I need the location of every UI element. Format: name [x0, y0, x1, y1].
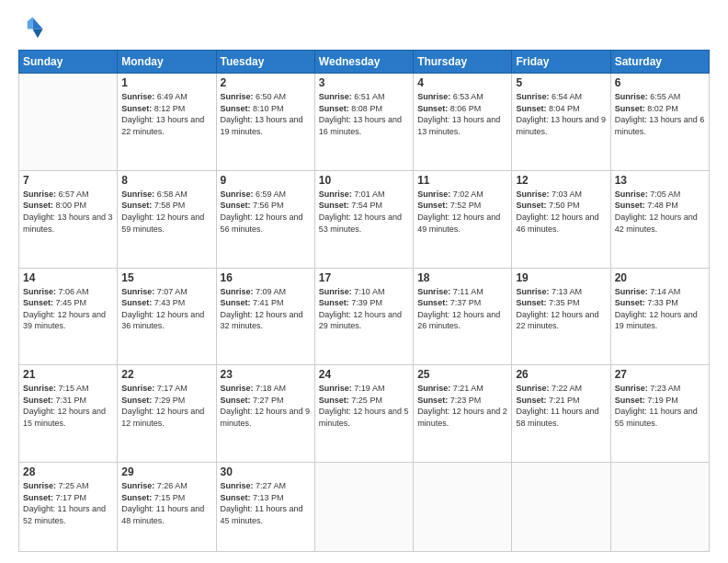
- day-info: Sunrise: 6:59 AMSunset: 7:56 PMDaylight:…: [221, 189, 311, 235]
- day-number: 21: [23, 368, 113, 381]
- calendar-row: 1Sunrise: 6:49 AMSunset: 8:12 PMDaylight…: [19, 74, 710, 171]
- calendar-header-row: Sunday Monday Tuesday Wednesday Thursday…: [19, 51, 710, 74]
- table-cell: 3Sunrise: 6:51 AMSunset: 8:08 PMDaylight…: [314, 74, 413, 171]
- calendar-row: 14Sunrise: 7:06 AMSunset: 7:45 PMDayligh…: [19, 268, 710, 365]
- day-info: Sunrise: 7:13 AMSunset: 7:35 PMDaylight:…: [516, 286, 606, 332]
- col-wednesday: Wednesday: [314, 51, 413, 74]
- day-number: 27: [615, 368, 705, 381]
- table-cell: 20Sunrise: 7:14 AMSunset: 7:33 PMDayligh…: [610, 268, 709, 365]
- day-info: Sunrise: 6:50 AMSunset: 8:10 PMDaylight:…: [221, 91, 311, 137]
- day-info: Sunrise: 7:15 AMSunset: 7:31 PMDaylight:…: [23, 383, 113, 429]
- day-info: Sunrise: 7:03 AMSunset: 7:50 PMDaylight:…: [516, 189, 606, 235]
- day-info: Sunrise: 7:17 AMSunset: 7:29 PMDaylight:…: [121, 383, 211, 429]
- table-cell: 2Sunrise: 6:50 AMSunset: 8:10 PMDaylight…: [216, 74, 314, 171]
- day-number: 23: [221, 368, 311, 381]
- day-info: Sunrise: 7:23 AMSunset: 7:19 PMDaylight:…: [615, 383, 705, 429]
- day-info: Sunrise: 7:01 AMSunset: 7:54 PMDaylight:…: [319, 189, 409, 235]
- day-info: Sunrise: 7:27 AMSunset: 7:13 PMDaylight:…: [221, 480, 311, 526]
- table-cell: 5Sunrise: 6:54 AMSunset: 8:04 PMDaylight…: [512, 74, 610, 171]
- day-number: 5: [516, 76, 606, 89]
- day-number: 4: [417, 76, 507, 89]
- table-cell: 11Sunrise: 7:02 AMSunset: 7:52 PMDayligh…: [414, 170, 512, 268]
- day-info: Sunrise: 7:21 AMSunset: 7:23 PMDaylight:…: [417, 383, 507, 429]
- day-number: 14: [23, 271, 113, 284]
- day-number: 19: [516, 271, 606, 284]
- table-cell: 19Sunrise: 7:13 AMSunset: 7:35 PMDayligh…: [512, 268, 610, 365]
- calendar-row: 28Sunrise: 7:25 AMSunset: 7:17 PMDayligh…: [19, 463, 710, 552]
- day-info: Sunrise: 7:25 AMSunset: 7:17 PMDaylight:…: [23, 480, 113, 526]
- logo: [18, 15, 48, 40]
- table-cell: 8Sunrise: 6:58 AMSunset: 7:58 PMDaylight…: [118, 170, 216, 268]
- table-cell: 26Sunrise: 7:22 AMSunset: 7:21 PMDayligh…: [512, 365, 610, 463]
- day-number: 18: [417, 271, 507, 284]
- col-tuesday: Tuesday: [216, 51, 314, 74]
- day-number: 1: [121, 76, 211, 89]
- table-cell: 30Sunrise: 7:27 AMSunset: 7:13 PMDayligh…: [216, 463, 314, 552]
- table-cell: [610, 463, 709, 552]
- table-cell: 13Sunrise: 7:05 AMSunset: 7:48 PMDayligh…: [610, 170, 709, 268]
- day-number: 17: [319, 271, 409, 284]
- table-cell: 1Sunrise: 6:49 AMSunset: 8:12 PMDaylight…: [118, 74, 216, 171]
- table-cell: 10Sunrise: 7:01 AMSunset: 7:54 PMDayligh…: [314, 170, 413, 268]
- page: Sunday Monday Tuesday Wednesday Thursday…: [0, 0, 728, 563]
- day-number: 15: [121, 271, 211, 284]
- day-info: Sunrise: 7:14 AMSunset: 7:33 PMDaylight:…: [615, 286, 705, 332]
- table-cell: 29Sunrise: 7:26 AMSunset: 7:15 PMDayligh…: [118, 463, 216, 552]
- table-cell: [512, 463, 610, 552]
- day-number: 9: [221, 174, 311, 187]
- day-number: 25: [417, 368, 507, 381]
- day-number: 22: [121, 368, 211, 381]
- day-info: Sunrise: 7:26 AMSunset: 7:15 PMDaylight:…: [121, 480, 211, 526]
- day-number: 2: [221, 76, 311, 89]
- day-number: 6: [615, 76, 705, 89]
- calendar-table: Sunday Monday Tuesday Wednesday Thursday…: [18, 50, 710, 552]
- table-cell: 7Sunrise: 6:57 AMSunset: 8:00 PMDaylight…: [19, 170, 118, 268]
- table-cell: 12Sunrise: 7:03 AMSunset: 7:50 PMDayligh…: [512, 170, 610, 268]
- day-info: Sunrise: 6:55 AMSunset: 8:02 PMDaylight:…: [615, 91, 705, 137]
- svg-marker-2: [28, 17, 33, 29]
- table-cell: 14Sunrise: 7:06 AMSunset: 7:45 PMDayligh…: [19, 268, 118, 365]
- day-number: 8: [121, 174, 211, 187]
- day-number: 12: [516, 174, 606, 187]
- day-number: 13: [615, 174, 705, 187]
- day-info: Sunrise: 6:57 AMSunset: 8:00 PMDaylight:…: [23, 189, 113, 235]
- header: [18, 15, 710, 40]
- table-cell: 17Sunrise: 7:10 AMSunset: 7:39 PMDayligh…: [314, 268, 413, 365]
- table-cell: 18Sunrise: 7:11 AMSunset: 7:37 PMDayligh…: [414, 268, 512, 365]
- table-cell: [314, 463, 413, 552]
- day-info: Sunrise: 7:11 AMSunset: 7:37 PMDaylight:…: [417, 286, 507, 332]
- table-cell: 24Sunrise: 7:19 AMSunset: 7:25 PMDayligh…: [314, 365, 413, 463]
- table-cell: 21Sunrise: 7:15 AMSunset: 7:31 PMDayligh…: [19, 365, 118, 463]
- day-info: Sunrise: 7:19 AMSunset: 7:25 PMDaylight:…: [319, 383, 409, 429]
- col-friday: Friday: [512, 51, 610, 74]
- table-cell: 9Sunrise: 6:59 AMSunset: 7:56 PMDaylight…: [216, 170, 314, 268]
- day-number: 20: [615, 271, 705, 284]
- table-cell: 25Sunrise: 7:21 AMSunset: 7:23 PMDayligh…: [414, 365, 512, 463]
- day-info: Sunrise: 6:53 AMSunset: 8:06 PMDaylight:…: [417, 91, 507, 137]
- table-cell: 22Sunrise: 7:17 AMSunset: 7:29 PMDayligh…: [118, 365, 216, 463]
- day-info: Sunrise: 7:09 AMSunset: 7:41 PMDaylight:…: [221, 286, 311, 332]
- table-cell: 23Sunrise: 7:18 AMSunset: 7:27 PMDayligh…: [216, 365, 314, 463]
- col-saturday: Saturday: [610, 51, 709, 74]
- calendar-row: 7Sunrise: 6:57 AMSunset: 8:00 PMDaylight…: [19, 170, 710, 268]
- day-info: Sunrise: 7:22 AMSunset: 7:21 PMDaylight:…: [516, 383, 606, 429]
- day-info: Sunrise: 7:02 AMSunset: 7:52 PMDaylight:…: [417, 189, 507, 235]
- day-info: Sunrise: 6:51 AMSunset: 8:08 PMDaylight:…: [319, 91, 409, 137]
- logo-icon: [18, 15, 44, 40]
- day-info: Sunrise: 6:49 AMSunset: 8:12 PMDaylight:…: [121, 91, 211, 137]
- table-cell: 27Sunrise: 7:23 AMSunset: 7:19 PMDayligh…: [610, 365, 709, 463]
- day-number: 11: [417, 174, 507, 187]
- table-cell: 16Sunrise: 7:09 AMSunset: 7:41 PMDayligh…: [216, 268, 314, 365]
- day-info: Sunrise: 7:05 AMSunset: 7:48 PMDaylight:…: [615, 189, 705, 235]
- day-number: 24: [319, 368, 409, 381]
- col-sunday: Sunday: [19, 51, 118, 74]
- col-thursday: Thursday: [414, 51, 512, 74]
- svg-marker-1: [32, 29, 42, 38]
- day-info: Sunrise: 7:07 AMSunset: 7:43 PMDaylight:…: [121, 286, 211, 332]
- day-number: 26: [516, 368, 606, 381]
- day-info: Sunrise: 7:06 AMSunset: 7:45 PMDaylight:…: [23, 286, 113, 332]
- day-info: Sunrise: 7:10 AMSunset: 7:39 PMDaylight:…: [319, 286, 409, 332]
- table-cell: [19, 74, 118, 171]
- day-info: Sunrise: 7:18 AMSunset: 7:27 PMDaylight:…: [221, 383, 311, 429]
- day-number: 29: [121, 465, 211, 478]
